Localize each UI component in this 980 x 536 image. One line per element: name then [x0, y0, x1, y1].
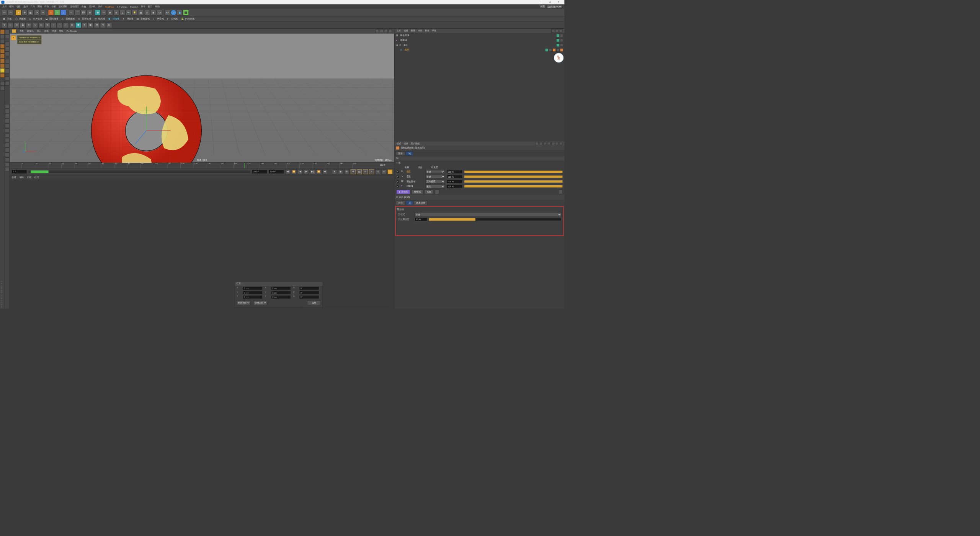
snap-opt-icon[interactable]: [5, 162, 10, 167]
menu-pipeline[interactable]: 流水线: [89, 5, 95, 8]
coord-space-select[interactable]: 世界坐标: [237, 301, 250, 305]
tab-fields[interactable]: 域: [406, 151, 413, 156]
rot-p-field[interactable]: [299, 291, 319, 294]
snap-opt-icon[interactable]: [5, 76, 10, 81]
field-row-delay[interactable]: ⧗ 延迟 普通: [394, 169, 564, 174]
mod-btn[interactable]: ◧: [88, 22, 93, 28]
mod-btn[interactable]: ⎌: [8, 22, 13, 28]
layout-select[interactable]: 启动 (用户): [546, 5, 562, 8]
mod-btn[interactable]: ≣: [20, 22, 26, 28]
om-tab[interactable]: 编辑: [404, 29, 408, 33]
attr-menu-edit[interactable]: 编辑: [404, 142, 408, 145]
phong-tag-icon[interactable]: [556, 49, 559, 52]
quantize-icon[interactable]: [0, 73, 5, 78]
viewport-menu-panel[interactable]: 面板: [59, 29, 64, 33]
attr-up-icon[interactable]: [543, 142, 546, 145]
field-item[interactable]: ▭线性域: [93, 17, 106, 21]
snap-opt-icon[interactable]: [5, 47, 10, 51]
tree-row-sphere-field[interactable]: ● 球体域: [394, 38, 564, 43]
viewport-menu-display[interactable]: 显示: [37, 29, 41, 33]
render-region-button[interactable]: 🎞: [81, 10, 87, 15]
menu-create[interactable]: 创建: [16, 5, 21, 8]
play-button[interactable]: ▶: [304, 169, 309, 174]
om-tab[interactable]: 查看: [411, 29, 415, 33]
add-linear-field-button[interactable]: 线性域: [412, 190, 423, 194]
viewport-add-icon[interactable]: +: [11, 35, 16, 40]
visibility-tag-icon[interactable]: [556, 34, 559, 37]
dopesheet-button[interactable]: ≡: [381, 169, 386, 174]
snap-opt-icon[interactable]: [5, 124, 10, 128]
viewport-axis-icon[interactable]: ✛: [12, 29, 16, 33]
field-extra-button[interactable]: [435, 190, 439, 194]
scale-key-button[interactable]: ◧: [357, 169, 362, 174]
tab-layer[interactable]: 层: [406, 201, 413, 205]
axis-z-toggle[interactable]: Z: [60, 10, 66, 15]
add-deformer-button[interactable]: ◈: [113, 10, 119, 15]
visibility-field[interactable]: [446, 180, 462, 183]
menu-xparticles[interactable]: X-Particles: [117, 5, 127, 8]
autokey-button[interactable]: ◉: [338, 169, 343, 174]
pos-key-button[interactable]: ✥: [351, 169, 356, 174]
blend-mode-select[interactable]: 普通: [425, 170, 445, 174]
lower-tab[interactable]: 编辑: [20, 176, 24, 179]
vertexmap-tag-icon[interactable]: [552, 49, 555, 52]
window-maximize-button[interactable]: ☐: [546, 0, 554, 5]
snap-opt-icon[interactable]: [5, 59, 10, 64]
field-item[interactable]: ◉径向域: [107, 17, 121, 21]
edge-mode-icon[interactable]: [0, 54, 5, 59]
enable-checkbox[interactable]: [396, 185, 399, 188]
snap-icon[interactable]: S: [0, 69, 5, 73]
visibility-slider[interactable]: [464, 170, 562, 173]
effect-strength-slider[interactable]: [429, 218, 561, 221]
add-sphere-field-button[interactable]: ●球体域: [396, 190, 410, 194]
rot-b-field[interactable]: [299, 295, 319, 299]
menu-window[interactable]: 窗口: [148, 5, 152, 8]
add-spline-button[interactable]: 〰: [101, 10, 107, 15]
rf-button[interactable]: 💧: [177, 10, 183, 15]
mod-btn[interactable]: ∿: [32, 22, 38, 28]
pos-x-field[interactable]: [243, 286, 263, 290]
field-item[interactable]: ▦区域: [2, 17, 13, 21]
visibility-tag-icon[interactable]: [556, 44, 559, 47]
mod-btn[interactable]: ⎍: [63, 22, 69, 28]
om-filter-icon[interactable]: [555, 29, 558, 33]
effect-strength-field[interactable]: [415, 218, 427, 221]
menu-file[interactable]: 文件: [2, 5, 7, 8]
apply-button[interactable]: 应用: [307, 301, 321, 305]
viewport-menu-filter[interactable]: 过滤: [52, 29, 56, 33]
snap-opt-icon[interactable]: [5, 143, 10, 147]
snap-opt-icon[interactable]: [5, 128, 10, 133]
menu-spline[interactable]: 样条: [44, 5, 49, 8]
snap-opt-icon[interactable]: [5, 109, 10, 114]
undo-button[interactable]: ↶: [1, 10, 7, 15]
render-view-button[interactable]: 🎬: [75, 10, 80, 15]
field-item[interactable]: ◎圆环体域: [77, 17, 92, 21]
tab-blend[interactable]: 混合: [396, 201, 405, 205]
enable-checkbox[interactable]: [396, 180, 399, 183]
axis-mode-icon[interactable]: [0, 64, 5, 68]
tab-basic[interactable]: 基本: [396, 151, 405, 156]
recent-tool[interactable]: ✛: [40, 10, 46, 15]
snap-opt-icon[interactable]: [5, 104, 10, 109]
model-mode-icon[interactable]: [0, 29, 5, 34]
goto-start-button[interactable]: ⏮: [285, 169, 290, 174]
goto-end-button[interactable]: ⏭: [322, 169, 327, 174]
field-item[interactable]: ▨着色器域: [136, 17, 151, 21]
tree-row-torus[interactable]: ◎ 圆环: [394, 47, 564, 52]
range-start-field[interactable]: [11, 170, 27, 173]
param-key-button[interactable]: P: [369, 169, 374, 174]
om-tab[interactable]: 文件: [397, 29, 401, 33]
blend-mode-select[interactable]: 最大: [425, 185, 445, 188]
menu-help[interactable]: 帮助: [155, 5, 160, 8]
xp-button[interactable]: XP: [165, 10, 170, 15]
mod-btn[interactable]: ⊙: [14, 22, 20, 28]
timeline-range-slider[interactable]: [28, 170, 251, 173]
material-manager[interactable]: [10, 180, 394, 309]
delay-mode-select[interactable]: 平滑: [415, 212, 561, 217]
menu-mesh[interactable]: 网格: [38, 5, 42, 8]
attr-search-icon[interactable]: [551, 142, 554, 145]
mod-btn[interactable]: T: [82, 22, 87, 28]
keyopt-button[interactable]: ⚙: [345, 169, 350, 174]
timeline-playhead[interactable]: [245, 163, 245, 168]
fcurve-button[interactable]: ∿: [388, 169, 393, 174]
